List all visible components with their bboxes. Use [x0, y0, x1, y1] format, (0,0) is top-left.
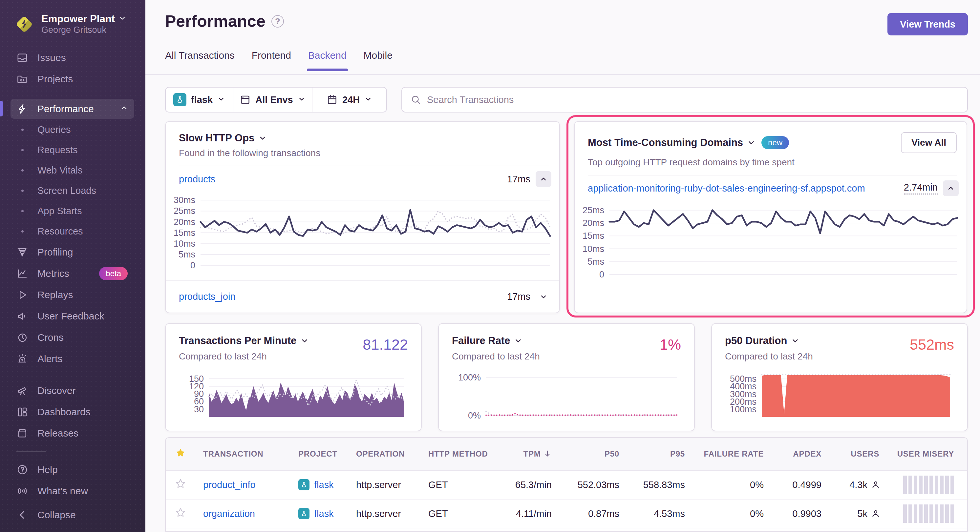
project-cell[interactable]: flask	[292, 508, 350, 519]
sidebar-item-requests[interactable]: Requests	[0, 140, 145, 160]
failure-rate-subtitle: Compared to last 24h	[452, 351, 681, 362]
svg-text:0%: 0%	[468, 411, 481, 420]
collapse-products-button[interactable]	[536, 171, 551, 187]
column-header-tpm[interactable]: TPM	[507, 449, 556, 459]
megaphone-icon	[16, 310, 29, 322]
transaction-link[interactable]: product_info	[203, 480, 256, 490]
sidebar-nav: IssuesProjectsPerformanceQueriesRequests…	[0, 35, 145, 502]
sidebar-item-profiling[interactable]: Profiling	[0, 241, 145, 263]
sidebar-item-label: Resources	[37, 226, 83, 237]
page-title: Performance ?	[165, 12, 284, 31]
sidebar-collapse[interactable]: Collapse	[0, 504, 145, 526]
sidebar-item-alerts[interactable]: Alerts	[0, 348, 145, 369]
sidebar-item-resources[interactable]: Resources	[0, 221, 145, 241]
failure-rate-chart: 100%0%	[452, 370, 681, 420]
domain-duration[interactable]: 2.74min	[904, 182, 938, 194]
domains-chart: 25ms20ms15ms10ms5ms0	[577, 202, 961, 290]
person-icon	[871, 509, 881, 519]
sidebar-item-metrics[interactable]: Metricsbeta	[0, 263, 145, 284]
column-header-misery[interactable]: USER MISERY	[884, 449, 968, 459]
star-column-icon[interactable]	[166, 447, 197, 461]
expand-products-join-button[interactable]	[536, 289, 551, 305]
tab-frontend[interactable]: Frontend	[252, 50, 291, 71]
sidebar-item-label: Profiling	[37, 247, 73, 258]
column-header-p95[interactable]: P95	[624, 449, 690, 459]
sidebar-item-issues[interactable]: Issues	[0, 47, 145, 68]
sidebar-item-what-s-new[interactable]: What's new	[0, 480, 145, 502]
sidebar-item-user-feedback[interactable]: User Feedback	[0, 305, 145, 327]
tab-all-transactions[interactable]: All Transactions	[165, 50, 235, 71]
sidebar-item-releases[interactable]: Releases	[0, 422, 145, 444]
domains-title[interactable]: Most Time-Consuming Domains	[588, 137, 756, 149]
view-all-button[interactable]: View All	[901, 132, 957, 153]
flask-project-icon	[298, 508, 310, 519]
sidebar-item-performance[interactable]: Performance	[0, 98, 145, 119]
tab-backend[interactable]: Backend	[308, 50, 347, 71]
sidebar-item-label: User Feedback	[37, 311, 104, 322]
svg-text:5ms: 5ms	[178, 249, 195, 259]
failure-rate-title[interactable]: Failure Rate	[452, 335, 681, 347]
sidebar-item-replays[interactable]: Replays	[0, 284, 145, 305]
sidebar-item-discover[interactable]: Discover	[0, 380, 145, 401]
sidebar-item-help[interactable]: Help	[0, 459, 145, 480]
failure-rate-card: Failure Rate 1% Compared to last 24h 100…	[438, 323, 695, 431]
sidebar-item-queries[interactable]: Queries	[0, 119, 145, 140]
sidebar-item-screen-loads[interactable]: Screen Loads	[0, 180, 145, 201]
environment-filter[interactable]: All Envs	[233, 87, 312, 112]
table-row-product-info: product_infoflaskhttp.serverGET65.3/min5…	[166, 471, 967, 500]
chevron-down-icon	[514, 337, 522, 345]
sidebar-item-label: Performance	[37, 103, 94, 114]
column-header-p50[interactable]: P50	[556, 449, 624, 459]
slow-http-ops-title[interactable]: Slow HTTP Ops	[179, 132, 267, 144]
bullet-icon	[16, 210, 29, 212]
transaction-link[interactable]: organization	[203, 508, 255, 519]
products-duration: 17ms	[507, 174, 530, 185]
sidebar-item-crons[interactable]: Crons	[0, 327, 145, 348]
star-toggle[interactable]	[166, 507, 197, 521]
org-switcher[interactable]: Empower Plant George Gritsouk	[0, 0, 145, 35]
sidebar-item-label: Help	[37, 464, 58, 475]
svg-text:30: 30	[194, 404, 204, 414]
environment-filter-label: All Envs	[255, 94, 293, 105]
bullet-icon	[16, 190, 29, 192]
sidebar-item-label: Web Vitals	[37, 165, 83, 176]
tpm-chart: 150120906030	[179, 370, 408, 420]
chevron-down-icon	[300, 337, 309, 345]
column-header-users[interactable]: USERS	[826, 449, 884, 459]
sidebar-item-dashboards[interactable]: Dashboards	[0, 401, 145, 422]
column-header-method[interactable]: HTTP METHOD	[422, 449, 507, 459]
project-cell[interactable]: flask	[292, 479, 350, 490]
http-method-cell: GET	[422, 480, 507, 490]
products-join-link[interactable]: products_join	[179, 291, 502, 302]
active-indicator	[0, 101, 3, 116]
svg-text:25ms: 25ms	[582, 205, 604, 215]
column-header-apdex[interactable]: APDEX	[768, 449, 826, 459]
view-trends-button[interactable]: View Trends	[888, 13, 968, 35]
user-misery-cell	[884, 505, 968, 523]
replays-icon	[16, 289, 29, 301]
sidebar-item-label: What's new	[37, 486, 88, 497]
star-toggle[interactable]	[166, 478, 197, 492]
search-input[interactable]	[427, 94, 959, 105]
products-link[interactable]: products	[179, 174, 502, 185]
collapse-domain-button[interactable]	[943, 180, 959, 196]
metrics-icon	[16, 268, 29, 279]
column-header-project[interactable]: PROJECT	[292, 449, 350, 459]
sidebar-item-web-vitals[interactable]: Web Vitals	[0, 160, 145, 180]
transaction-row-products: products 17ms	[166, 166, 559, 192]
sidebar-item-app-starts[interactable]: App Starts	[0, 201, 145, 221]
column-header-failure-rate[interactable]: FAILURE RATE	[690, 449, 768, 459]
project-filter-label: flask	[191, 94, 213, 105]
help-tooltip-icon[interactable]: ?	[271, 15, 284, 27]
projects-icon	[16, 73, 29, 85]
users-cell: 5k	[826, 508, 884, 519]
column-header-transaction[interactable]: TRANSACTION	[197, 449, 292, 459]
svg-text:20ms: 20ms	[582, 218, 604, 228]
tab-mobile[interactable]: Mobile	[364, 50, 393, 71]
date-range-filter[interactable]: 24H	[312, 87, 386, 112]
column-header-operation[interactable]: OPERATION	[350, 449, 422, 459]
domain-link[interactable]: application-monitoring-ruby-dot-sales-en…	[588, 183, 899, 194]
beta-badge: beta	[99, 267, 128, 280]
project-filter[interactable]: flask	[166, 87, 233, 112]
sidebar-item-projects[interactable]: Projects	[0, 68, 145, 89]
